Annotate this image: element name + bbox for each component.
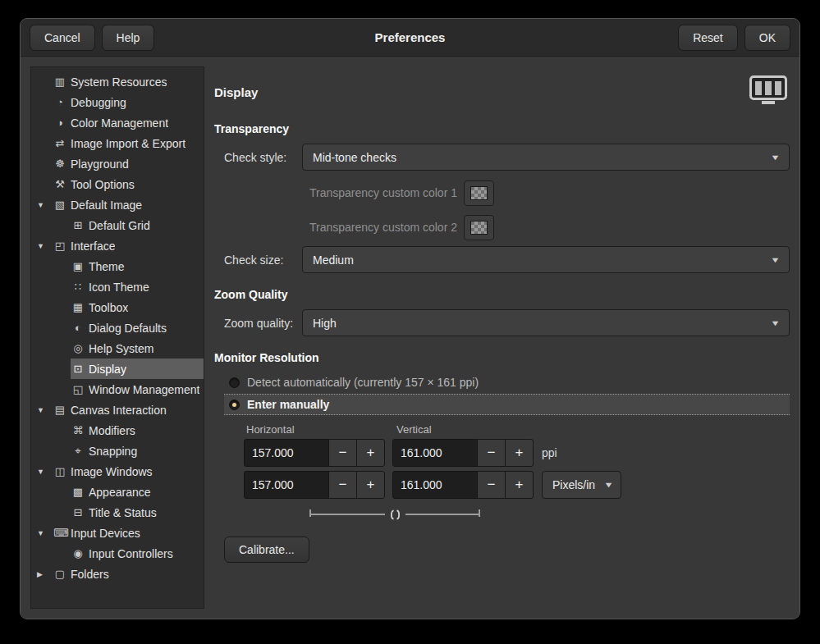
tool-options-icon: ⚒: [53, 178, 66, 190]
playground-icon: ☸: [53, 158, 66, 170]
unit-dropdown[interactable]: Pixels/in ▼: [542, 471, 621, 499]
sidebar-item-default-grid[interactable]: ⊞Default Grid: [31, 215, 204, 235]
sidebar-item-body: ∷Icon Theme: [71, 276, 204, 297]
input-controllers-icon: ◉: [71, 547, 85, 560]
chain-broken-icon[interactable]: [389, 509, 401, 520]
zoom-quality-dropdown[interactable]: High ▼: [302, 309, 790, 336]
zoom-quality-label: Zoom quality:: [224, 317, 302, 330]
sidebar-item-dialog-defaults[interactable]: ◐Dialog Defaults: [31, 317, 204, 338]
sidebar-item-interface[interactable]: ▼◰Interface: [31, 235, 204, 256]
interface-icon: ◰: [53, 240, 66, 252]
sidebar-item-icon-theme[interactable]: ∷Icon Theme: [31, 276, 204, 297]
vertical-ppi-increment-button[interactable]: +: [505, 439, 534, 467]
sidebar-item-body: ◑Color Management: [53, 112, 204, 133]
sidebar-item-body: ▣Theme: [71, 256, 204, 276]
sidebar-item-label: Dialog Defaults: [89, 322, 167, 335]
chevron-down-icon: ▼: [603, 481, 613, 489]
resolution-unit-row: − + − + Pixels/in ▼: [244, 471, 790, 499]
sidebar-item-color-management[interactable]: ◑Color Management: [31, 112, 204, 133]
sidebar-item-title-status[interactable]: ⊟Title & Status: [31, 502, 204, 523]
check-size-dropdown[interactable]: Medium ▼: [302, 246, 790, 273]
zoom-quality-row: Zoom quality: High ▼: [224, 309, 790, 336]
vertical-unit-increment-button[interactable]: +: [505, 471, 534, 499]
horizontal-ppi-input[interactable]: [244, 439, 329, 467]
horizontal-unit-increment-button[interactable]: +: [356, 471, 385, 499]
sidebar-item-appearance[interactable]: ▩Appearance: [31, 482, 204, 502]
sidebar-item-canvas-interaction[interactable]: ▼▤Canvas Interaction: [31, 400, 204, 420]
custom-color-2-button[interactable]: [464, 215, 494, 240]
sidebar-item-label: Input Controllers: [89, 547, 173, 560]
check-size-label: Check size:: [224, 253, 302, 267]
sidebar-item-debugging[interactable]: ◔Debugging: [31, 92, 204, 112]
sidebar-item-body: ◫Image Windows: [53, 461, 204, 482]
expander-right-icon[interactable]: ▶: [35, 570, 53, 578]
cancel-button[interactable]: Cancel: [30, 25, 95, 51]
sidebar-item-folders[interactable]: ▶▢Folders: [31, 564, 204, 584]
sidebar-item-tool-options[interactable]: ⚒Tool Options: [31, 174, 204, 194]
expander-down-icon[interactable]: ▼: [35, 529, 53, 537]
check-style-label: Check style:: [224, 151, 302, 164]
expander-down-icon[interactable]: ▼: [35, 406, 53, 414]
sidebar-item-input-controllers[interactable]: ◉Input Controllers: [31, 543, 204, 564]
checkerboard-swatch-icon: [470, 221, 488, 235]
sidebar-item-input-devices[interactable]: ▼⌨Input Devices: [31, 523, 204, 543]
zoom-quality-value: High: [313, 317, 337, 330]
sidebar-item-display[interactable]: ⊡Display: [31, 359, 204, 379]
transparency-heading: Transparency: [214, 122, 790, 135]
sidebar-item-body: ◉Input Controllers: [71, 543, 204, 564]
ok-button[interactable]: OK: [744, 25, 790, 51]
expander-down-icon[interactable]: ▼: [35, 468, 53, 476]
sidebar-item-image-import-export[interactable]: ⇄Image Import & Export: [31, 133, 204, 153]
sidebar-item-label: Input Devices: [71, 527, 140, 540]
reset-button[interactable]: Reset: [678, 25, 738, 51]
expander-down-icon[interactable]: ▼: [35, 201, 53, 209]
calibrate-button[interactable]: Calibrate...: [224, 537, 309, 563]
custom-color-1-row: Transparency custom color 1: [309, 179, 790, 207]
check-style-dropdown[interactable]: Mid-tone checks ▼: [302, 144, 790, 171]
preferences-dialog: Cancel Help Preferences Reset OK ▥System…: [20, 18, 800, 619]
toolbox-icon: ▦: [71, 301, 85, 313]
horizontal-unit-input[interactable]: [244, 471, 329, 499]
sidebar-item-body: ◎Help System: [71, 338, 204, 359]
detect-automatically-radio[interactable]: Detect automatically (currently 157 × 16…: [224, 372, 790, 392]
input-devices-icon: ⌨: [53, 527, 66, 539]
sidebar-item-help-system[interactable]: ◎Help System: [31, 338, 204, 359]
horizontal-ppi-increment-button[interactable]: +: [356, 439, 385, 467]
sidebar-item-body: ⊟Title & Status: [71, 502, 204, 523]
display-icon: ⊡: [71, 363, 85, 375]
vertical-ppi-decrement-button[interactable]: −: [477, 439, 506, 467]
radio-selected-icon: [229, 400, 240, 410]
help-system-icon: ◎: [71, 342, 85, 354]
vertical-ppi-input[interactable]: [392, 439, 478, 467]
sidebar-item-body: ◱Window Management: [71, 379, 204, 400]
theme-icon: ▣: [71, 260, 85, 272]
sidebar-item-playground[interactable]: ☸Playground: [31, 153, 204, 174]
sidebar-item-snapping[interactable]: ⌖Snapping: [31, 441, 204, 461]
sidebar-item-body: ▩Appearance: [71, 482, 204, 502]
sidebar-item-label: System Resources: [71, 75, 167, 89]
sidebar-item-modifiers[interactable]: ⌘Modifiers: [31, 420, 204, 441]
help-button[interactable]: Help: [102, 25, 155, 51]
horizontal-ppi-decrement-button[interactable]: −: [328, 439, 357, 467]
sidebar-item-system-resources[interactable]: ▥System Resources: [31, 71, 204, 92]
expander-down-icon[interactable]: ▼: [35, 242, 53, 250]
sidebar-item-window-management[interactable]: ◱Window Management: [31, 379, 204, 400]
sidebar-item-image-windows[interactable]: ▼◫Image Windows: [31, 461, 204, 482]
horizontal-unit-decrement-button[interactable]: −: [328, 471, 357, 499]
canvas-interaction-icon: ▤: [53, 404, 66, 416]
sidebar-item-default-image[interactable]: ▼▧Default Image: [31, 194, 204, 215]
sidebar-item-toolbox[interactable]: ▦Toolbox: [31, 297, 204, 317]
vertical-unit-input[interactable]: [392, 471, 478, 499]
sidebar-item-body: ▥System Resources: [53, 71, 204, 92]
plus-icon: +: [367, 477, 375, 493]
monitor-bar-icon: [765, 81, 772, 95]
sidebar-item-theme[interactable]: ▣Theme: [31, 256, 204, 276]
enter-manually-radio[interactable]: Enter manually: [224, 394, 790, 415]
plus-icon: +: [515, 445, 524, 461]
appearance-icon: ▩: [71, 486, 85, 498]
vertical-unit-decrement-button[interactable]: −: [477, 471, 506, 499]
default-grid-icon: ⊞: [71, 219, 85, 231]
sidebar-item-label: Help System: [89, 342, 153, 355]
sidebar-item-label: Default Image: [71, 199, 142, 212]
custom-color-1-button[interactable]: [464, 180, 494, 206]
